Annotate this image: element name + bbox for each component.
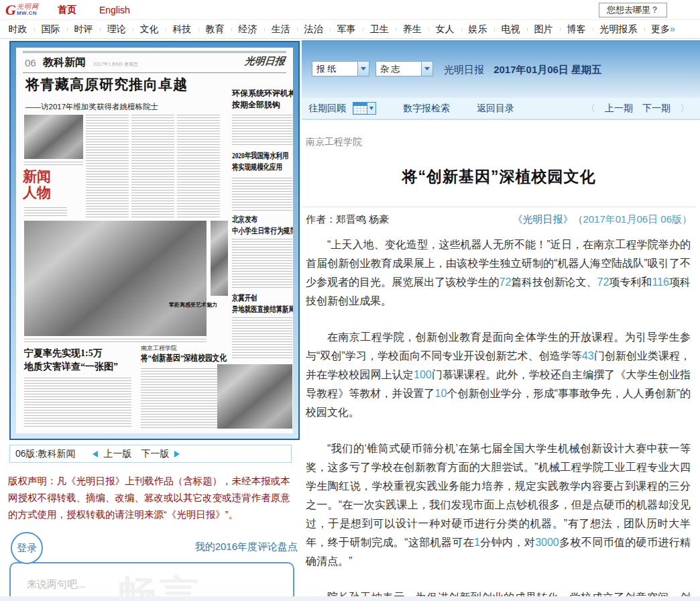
edition-toolbar: 报 纸 杂 志 光明日报 2017年01月06日 星期五 [302, 40, 700, 98]
magazine-select[interactable]: 杂 志 [375, 61, 433, 76]
angle-left-icon: 〈 [586, 103, 595, 115]
gmw-logo[interactable]: G 光明网 MW.CN [5, 3, 39, 17]
newspaper-text-column [232, 178, 292, 211]
calendar-picker[interactable] [353, 102, 376, 115]
paper-select-value: 报 纸 [316, 63, 357, 75]
logo-text: 光明网 MW.CN [17, 3, 39, 16]
main-nav: 时政国际时评理论文化科技教育经济生活法治军事卫生养生女人娱乐电视图片博客光明报系… [0, 19, 700, 39]
np-photo-strip [211, 221, 228, 296]
np-lead-subheadline: ——访2017年维加奖获得者姚檀栋院士 [25, 102, 158, 112]
paper-select[interactable]: 报 纸 [312, 61, 369, 76]
back-to-toc-link[interactable]: 返回目录 [477, 103, 514, 115]
article-paragraph: “我们的‘锥筒式硬币筛分机’在第七届全国大学生机械创新设计大赛中获一等奖，这多亏… [306, 439, 691, 571]
page-nav-box: 06版:教科新闻 上一版 下一版 [9, 445, 292, 463]
np-lead-headline: 将青藏高原研究推向卓越 [25, 79, 220, 91]
chevron-right-icon: » [670, 23, 675, 34]
digital-search-link[interactable]: 数字报检索 [403, 103, 450, 115]
nav-item[interactable]: 时政 [1, 23, 34, 36]
newspaper-date-meta: 2017年1月6日 星期五 [93, 61, 138, 68]
newspaper-section-title: 教科新闻 [43, 56, 86, 70]
newspaper-text-column [141, 368, 223, 429]
newspaper-page-thumbnail[interactable]: 06 教科新闻 2017年1月6日 星期五 光明日报 将青藏高原研究推向卓越 —… [9, 41, 300, 440]
source-name: 《光明日报》（ [512, 213, 583, 225]
nav-item[interactable]: 娱乐 [461, 23, 494, 36]
article: 南京工程学院 将“创新基因”深植校园文化 作者：郑晋鸣 杨豪 《光明日报》（20… [302, 120, 696, 601]
nav-item[interactable]: 生活 [264, 23, 297, 36]
comment-placeholder: 来说两句吧... [27, 578, 86, 591]
newspaper-text-column [24, 378, 131, 429]
np-photo-art-class [24, 221, 207, 336]
nav-item-more[interactable]: 更多» [644, 23, 682, 36]
comment-input[interactable]: 来说两句吧... 畅言 [9, 562, 294, 601]
copyright-notice: 版权声明：凡《光明日报》上刊载作品（含标题），未经本报或本网授权不得转载、摘编、… [8, 473, 299, 523]
issue-nav-row: 往期回顾 数字报检索 返回目录 〈 上一期 下一期 〉 [302, 98, 700, 120]
nav-item[interactable]: 光明报系 [593, 23, 644, 36]
article-source-link[interactable]: 《光明日报》（2017年01月06日 06版） [512, 213, 692, 226]
nav-item[interactable]: 教育 [198, 23, 231, 36]
newspaper-text-column [177, 115, 220, 218]
newspaper-masthead: 光明日报 [244, 55, 286, 68]
angle-right-icon: 〉 [680, 103, 689, 115]
nav-item[interactable]: 卫生 [363, 23, 396, 36]
bottom-bar [0, 596, 700, 601]
newspaper-text-column [131, 115, 174, 218]
calendar-icon [353, 102, 367, 115]
nav-item[interactable]: 科技 [166, 23, 198, 36]
newspaper-text-column [24, 207, 67, 218]
calendar-dropdown-icon [367, 102, 376, 115]
prev-issue-link[interactable]: 上一期 [605, 103, 633, 115]
article-body: “上天入地、变化造型，这些机器人无所不能！”近日，在南京工程学院举办的首届创新创… [302, 226, 696, 601]
page: G 光明网 MW.CN 首页 English 时政国际时评理论文化科技教育经济生… [0, 0, 700, 601]
dropdown-arrow-icon[interactable] [421, 62, 432, 76]
nav-item[interactable]: 图片 [527, 23, 560, 36]
prev-page-link[interactable]: 上一版 [93, 448, 134, 460]
np-news-figure-stamp: 新闻人物 [23, 168, 56, 201]
edition-date: 2017年01月06日 星期五 [493, 64, 601, 75]
nav-item[interactable]: 女人 [428, 23, 461, 36]
nav-item[interactable]: 时评 [67, 23, 100, 36]
source-date: 2017年01月06日 06版） [583, 213, 692, 225]
article-kicker: 南京工程学院 [306, 136, 696, 148]
search-input[interactable] [599, 3, 667, 17]
issue-pager: 〈 上一期 下一期 〉 [586, 103, 689, 115]
nav-item[interactable]: 电视 [494, 23, 527, 36]
next-issue-link[interactable]: 下一期 [642, 103, 670, 115]
archive-link[interactable]: 往期回顾 [308, 103, 346, 115]
newspaper-top-rule [23, 51, 286, 53]
newspaper-page: 06 教科新闻 2017年1月6日 星期五 光明日报 将青藏高原研究推向卓越 —… [16, 48, 293, 433]
np-photo-caption: 零距离感受艺术魅力 [169, 301, 217, 309]
home-link[interactable]: 首页 [58, 4, 76, 16]
np-headline-innovation: 将“创新基因”深植校园文化 [141, 352, 227, 364]
newspaper-text-column [232, 115, 292, 147]
np-photo-meeting [217, 364, 292, 429]
logo-en: MW.CN [17, 10, 39, 16]
article-meta: 作者：郑晋鸣 杨豪 《光明日报》（2017年01月06日 06版） [302, 207, 696, 226]
newspaper-header-rule [23, 72, 286, 73]
next-page-label: 下一版 [141, 448, 169, 460]
magazine-select-value: 杂 志 [380, 63, 421, 75]
nav-item[interactable]: 经济 [231, 23, 264, 36]
prev-page-label: 上一版 [103, 448, 131, 460]
dropdown-arrow-icon[interactable] [357, 62, 369, 76]
login-button[interactable]: 登录 [11, 532, 43, 564]
nav-item[interactable]: 法治 [297, 23, 330, 36]
article-author: 作者：郑晋鸣 杨豪 [306, 213, 389, 226]
nav-item[interactable]: 理论 [100, 23, 133, 36]
newspaper-text-column [24, 162, 83, 166]
top-bar: G 光明网 MW.CN 首页 English [0, 0, 700, 19]
paper-name: 光明日报 [444, 64, 484, 75]
article-paragraph: “上天入地、变化造型，这些机器人无所不能！”近日，在南京工程学院举办的首届创新创… [306, 235, 691, 311]
nav-item[interactable]: 国际 [34, 23, 67, 36]
newspaper-text-column [86, 115, 129, 218]
comment-summary-link[interactable]: 我的2016年度评论盘点 [195, 541, 298, 553]
current-page-label: 06版:教科新闻 [15, 448, 75, 460]
next-page-link[interactable]: 下一版 [138, 448, 180, 460]
nav-item[interactable]: 博客 [560, 23, 593, 36]
english-link[interactable]: English [99, 5, 130, 15]
nav-item[interactable]: 军事 [330, 23, 363, 36]
nav-item[interactable]: 养生 [396, 23, 428, 36]
logo-g-icon: G [5, 3, 16, 17]
nav-item[interactable]: 文化 [133, 23, 166, 36]
triangle-left-icon [93, 451, 98, 457]
np-photo-scientist [24, 115, 83, 159]
